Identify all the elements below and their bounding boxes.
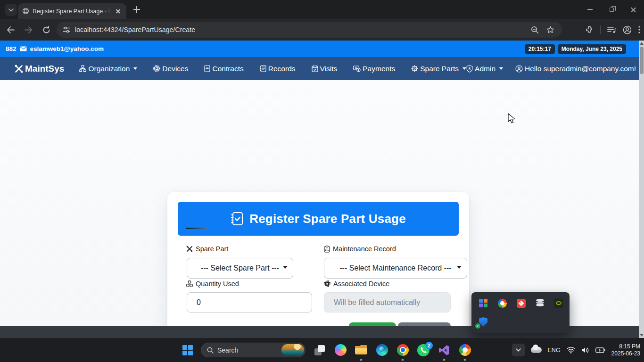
- nav-item-admin[interactable]: Admin: [466, 65, 503, 73]
- clock-time: 8:15 PM: [611, 343, 640, 350]
- taskbar-search[interactable]: Search: [201, 343, 305, 357]
- scroll-up-arrow[interactable]: [640, 42, 644, 45]
- battery-icon[interactable]: [595, 347, 605, 353]
- brand-link[interactable]: MaintSys: [14, 64, 64, 74]
- greeting-label: Hello superadmin@company.com!: [525, 65, 636, 73]
- nav-item-organization[interactable]: Organization: [79, 65, 137, 73]
- spare-part-label: Spare Part: [186, 245, 228, 253]
- cpu-fill-icon: [324, 280, 330, 287]
- profile-avatar-icon[interactable]: [623, 25, 632, 34]
- caret-down-icon: [499, 67, 503, 70]
- window-minimize-button[interactable]: [579, 0, 601, 19]
- tools-small-icon: [186, 246, 193, 252]
- calendar-check-icon: [312, 65, 318, 72]
- select-chevron-icon: [457, 266, 462, 269]
- nav-item-visits[interactable]: Visits: [312, 65, 338, 73]
- browser-tab[interactable]: Register Spare Part Usage - Mai: [18, 3, 126, 19]
- nav-item-devices[interactable]: Devices: [153, 65, 188, 73]
- window-close-button[interactable]: [622, 0, 644, 19]
- volume-icon[interactable]: [581, 347, 589, 354]
- mouse-cursor: [507, 113, 516, 124]
- quantity-input[interactable]: [187, 292, 312, 313]
- new-tab-button[interactable]: [132, 5, 141, 14]
- tray-color-squares-icon[interactable]: [479, 298, 488, 308]
- search-highlight-image[interactable]: [281, 344, 304, 356]
- nav-item-payments[interactable]: Payments: [353, 65, 395, 73]
- edge-button[interactable]: [372, 339, 392, 362]
- scrollbar-thumb[interactable]: [640, 47, 644, 74]
- forward-button[interactable]: [21, 22, 36, 37]
- address-bar[interactable]: localhost:44324/SparePartUsage/Create: [57, 22, 562, 38]
- infobar-email[interactable]: eslamweb1@yahoo.com: [30, 45, 104, 52]
- selected-option: --- Select Maintenance Record ---: [339, 264, 451, 272]
- task-view-icon: [314, 345, 325, 355]
- card-title: Register Spare Part Usage: [249, 212, 406, 226]
- bookmark-star-icon[interactable]: [546, 26, 554, 34]
- nav-label: Payments: [363, 65, 395, 73]
- browser-toolbar: localhost:44324/SparePartUsage/Create: [0, 19, 644, 41]
- onedrive-icon[interactable]: [531, 347, 542, 353]
- chrome-icon: [397, 344, 409, 356]
- reload-button[interactable]: [39, 22, 54, 37]
- start-button[interactable]: [178, 341, 197, 360]
- clock-badge: 20:15:17: [525, 44, 555, 54]
- clock-date: 2025-06-23: [611, 350, 640, 357]
- whatsapp-icon: 2: [417, 344, 429, 356]
- copilot-button[interactable]: [330, 339, 351, 362]
- file-text-icon: [204, 65, 210, 72]
- nav-greeting[interactable]: Hello superadmin@company.com!: [515, 65, 636, 73]
- task-view-button[interactable]: [309, 339, 330, 362]
- media-controls-icon[interactable]: [607, 26, 616, 33]
- extensions-icon[interactable]: [585, 25, 594, 34]
- site-settings-icon[interactable]: [63, 26, 70, 33]
- folder-icon: [355, 345, 367, 355]
- card-header: Register Spare Part Usage: [178, 202, 459, 236]
- scroll-down-arrow[interactable]: [640, 334, 644, 337]
- message-count: 882: [6, 45, 17, 52]
- maintenance-record-select[interactable]: --- Select Maintenance Record ---: [324, 258, 467, 279]
- language-indicator[interactable]: ENG: [548, 347, 561, 354]
- color-browser-button[interactable]: [454, 339, 475, 362]
- boxes-icon: [186, 280, 193, 287]
- device-placeholder-text: Will be filled automatically: [334, 298, 420, 307]
- tab-list-chevron-button[interactable]: [5, 4, 17, 16]
- whatsapp-button[interactable]: 2: [413, 339, 434, 362]
- associated-device-label: Associated Device: [324, 280, 389, 288]
- minimize-icon: [587, 9, 593, 10]
- wifi-icon[interactable]: [567, 347, 575, 354]
- tray-browser-icon[interactable]: [497, 298, 507, 308]
- page-scrollbar[interactable]: [639, 41, 644, 338]
- spare-part-select[interactable]: --- Select Spare Part ---: [187, 258, 293, 279]
- menu-kebab-icon[interactable]: [638, 26, 640, 33]
- nav-item-records[interactable]: Records: [260, 65, 296, 73]
- tray-coin-stack-icon[interactable]: [535, 298, 545, 308]
- nav-label: Records: [268, 65, 296, 73]
- caret-down-icon: [462, 67, 466, 70]
- search-placeholder: Search: [217, 346, 281, 354]
- label-text: Quantity Used: [196, 280, 239, 288]
- window-restore-button[interactable]: [601, 0, 622, 19]
- url-text[interactable]: localhost:44324/SparePartUsage/Create: [75, 26, 195, 33]
- zoom-out-icon[interactable]: [531, 26, 539, 34]
- nav-item-contracts[interactable]: Contracts: [204, 65, 243, 73]
- visual-studio-button[interactable]: [434, 339, 454, 362]
- cash-coin-icon: [353, 66, 361, 72]
- chrome-button[interactable]: [392, 339, 413, 362]
- nav-label: Organization: [88, 65, 130, 73]
- tray-expand-button[interactable]: [512, 344, 525, 356]
- taskbar-clock[interactable]: 8:15 PM 2025-06-23: [611, 343, 640, 357]
- envelope-icon: [20, 46, 27, 51]
- quantity-used-label: Quantity Used: [186, 280, 239, 288]
- tab-close-icon[interactable]: [115, 8, 122, 15]
- journal-icon: [260, 65, 266, 72]
- tab-title: Register Spare Part Usage - Mai: [33, 8, 111, 15]
- back-button[interactable]: [3, 22, 18, 37]
- nav-item-spare-parts[interactable]: Spare Parts: [411, 65, 466, 73]
- label-text: Maintenance Record: [333, 245, 396, 253]
- taskbar: Search 2 ENG 8:15 PM 2025-06-23: [0, 338, 644, 362]
- file-explorer-button[interactable]: [351, 339, 372, 362]
- tray-nvidia-icon[interactable]: [554, 298, 563, 308]
- system-tray-flyout: [471, 292, 570, 333]
- chevron-down-icon: [516, 348, 521, 352]
- tray-red-app-icon[interactable]: [516, 298, 526, 308]
